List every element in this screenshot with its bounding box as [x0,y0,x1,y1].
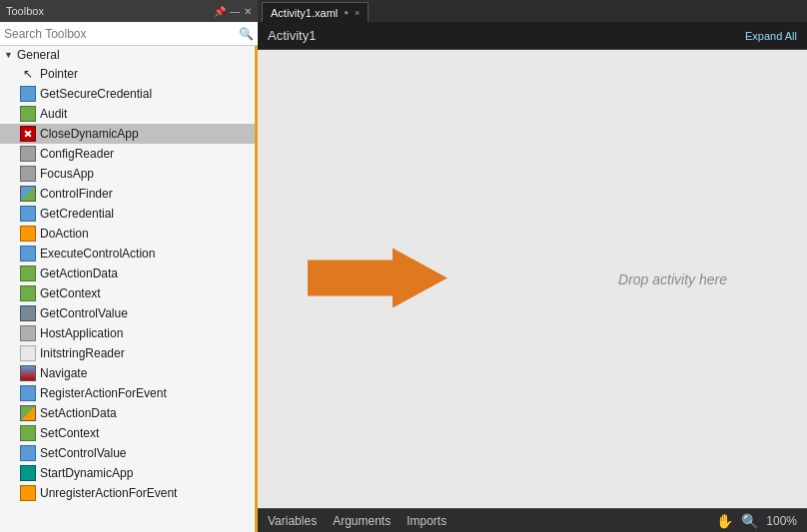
toolbox-header: Toolbox 📌 — ✕ [0,0,258,22]
toolbox-item-setActionData[interactable]: SetActionData [0,403,255,423]
setContext-icon [20,425,36,441]
arrow-svg [308,243,447,312]
search-input[interactable] [4,27,239,41]
minimize-icon[interactable]: — [230,6,240,17]
startDynamicApp-icon [20,465,36,481]
toolbox-title: Toolbox [6,5,44,17]
toolbox-item-executeControlAction[interactable]: ExecuteControlAction [0,244,255,264]
close-icon[interactable]: ✕ [244,6,252,17]
getSecureCredential-icon [20,86,36,102]
pin-icon[interactable]: 📌 [214,6,226,17]
toolbox-search-bar: 🔍 [0,22,258,46]
bottom-panel: Variables Arguments Imports ✋ 🔍 100% [258,508,807,532]
initStringReader-icon [20,345,36,361]
toolbox-item-closeDynamicApp[interactable]: CloseDynamicApp [0,124,255,144]
tab-modified-indicator: ● [344,8,349,17]
toolbox-item-getCredential[interactable]: GetCredential [0,204,255,224]
executeControlAction-icon [20,246,36,262]
hand-icon[interactable]: ✋ [716,513,733,529]
toolbox-item-focusApp[interactable]: FocusApp [0,164,255,184]
getCredential-icon [20,206,36,222]
search-icon[interactable]: 🔍 [239,27,254,41]
tab-label: Activity1.xaml [271,7,338,19]
tab-close-button[interactable]: × [355,8,360,18]
design-area: Activity1.xaml ● × Activity1 Expand All … [258,0,807,532]
doAction-icon [20,226,36,242]
toolbox-item-configReader[interactable]: ConfigReader [0,144,255,164]
setActionData-icon [20,405,36,421]
getControlValue-icon [20,305,36,321]
toolbox-content: ▼ General ↖ Pointer GetSecureCredential … [0,46,258,532]
bottom-tab-arguments[interactable]: Arguments [333,512,391,530]
getContext-icon [20,285,36,301]
tab-activity1[interactable]: Activity1.xaml ● × [262,2,369,22]
drop-hint: Drop activity here [618,271,727,287]
toolbox-item-audit[interactable]: Audit [0,104,255,124]
toolbox-item-setContext[interactable]: SetContext [0,423,255,443]
audit-icon [20,106,36,122]
toolbox-section-general[interactable]: ▼ General [0,46,255,64]
svg-marker-0 [308,248,447,307]
zoom-level: 100% [766,514,797,528]
closeDynamicApp-icon [20,126,36,142]
toolbox-item-doAction[interactable]: DoAction [0,224,255,244]
bottom-tab-variables[interactable]: Variables [268,512,317,530]
registerActionForEvent-icon [20,385,36,401]
toolbox-item-registerActionForEvent[interactable]: RegisterActionForEvent [0,383,255,403]
focusApp-icon [20,166,36,182]
toolbox-item-setControlValue[interactable]: SetControlValue [0,443,255,463]
toolbox-item-startDynamicApp[interactable]: StartDynamicApp [0,463,255,483]
drag-arrow [308,243,447,315]
toolbox-item-hostApplication[interactable]: HostApplication [0,323,255,343]
bottom-tab-imports[interactable]: Imports [406,512,446,530]
toolbox-item-navigate[interactable]: Navigate [0,363,255,383]
section-triangle: ▼ [4,50,13,60]
setControlValue-icon [20,445,36,461]
toolbox-item-pointer[interactable]: ↖ Pointer [0,64,255,84]
section-label: General [17,48,60,62]
unregisterActionForEvent-icon [20,485,36,501]
hostApplication-icon [20,325,36,341]
pointer-icon: ↖ [20,66,36,82]
toolbox-item-getControlValue[interactable]: GetControlValue [0,303,255,323]
toolbox-item-getActionData[interactable]: GetActionData [0,264,255,283]
getActionData-icon [20,266,36,281]
designer-title: Activity1 [268,28,316,43]
toolbox-item-initStringReader[interactable]: InitstringReader [0,343,255,363]
toolbox-item-unregisterActionForEvent[interactable]: UnregisterActionForEvent [0,483,255,503]
controlFinder-icon [20,186,36,202]
expand-all-button[interactable]: Expand All [745,30,797,42]
toolbox-header-controls: 📌 — ✕ [214,6,252,17]
zoom-search-icon[interactable]: 🔍 [741,513,758,529]
design-canvas-header: Activity1 Expand All [258,22,807,50]
design-canvas[interactable]: Drop activity here [258,50,807,508]
tab-bar: Activity1.xaml ● × [258,0,807,22]
toolbox-item-getSecureCredential[interactable]: GetSecureCredential [0,84,255,104]
toolbox-item-getContext[interactable]: GetContext [0,283,255,303]
navigate-icon [20,365,36,381]
toolbox-item-controlFinder[interactable]: ControlFinder [0,184,255,204]
configReader-icon [20,146,36,162]
status-icons: ✋ 🔍 100% [716,513,797,529]
